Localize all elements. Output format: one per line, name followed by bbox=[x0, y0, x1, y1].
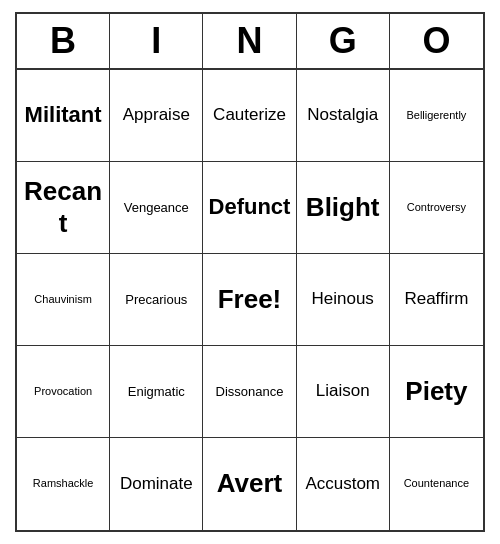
bingo-cell: Cauterize bbox=[203, 70, 296, 162]
bingo-cell-text: Reaffirm bbox=[404, 289, 468, 309]
bingo-cell-text: Dominate bbox=[120, 474, 193, 494]
bingo-header-letter: G bbox=[297, 14, 390, 68]
bingo-header-letter: N bbox=[203, 14, 296, 68]
bingo-cell-text: Avert bbox=[217, 468, 283, 499]
bingo-cell-text: Appraise bbox=[123, 105, 190, 125]
bingo-cell: Piety bbox=[390, 346, 483, 438]
bingo-cell: Ramshackle bbox=[17, 438, 110, 530]
bingo-cell-text: Heinous bbox=[312, 289, 374, 309]
bingo-card: BINGO MilitantAppraiseCauterizeNostalgia… bbox=[15, 12, 485, 532]
bingo-cell-text: Piety bbox=[405, 376, 467, 407]
bingo-cell: Heinous bbox=[297, 254, 390, 346]
bingo-cell: Blight bbox=[297, 162, 390, 254]
bingo-cell-text: Provocation bbox=[34, 385, 92, 398]
bingo-cell-text: Militant bbox=[25, 102, 102, 128]
bingo-cell: Accustom bbox=[297, 438, 390, 530]
bingo-header-letter: O bbox=[390, 14, 483, 68]
bingo-cell-text: Precarious bbox=[125, 292, 187, 308]
bingo-header-letter: B bbox=[17, 14, 110, 68]
bingo-cell-text: Ramshackle bbox=[33, 477, 94, 490]
bingo-cell: Reaffirm bbox=[390, 254, 483, 346]
bingo-cell-text: Controversy bbox=[407, 201, 466, 214]
bingo-cell: Defunct bbox=[203, 162, 296, 254]
bingo-cell: Provocation bbox=[17, 346, 110, 438]
bingo-cell-text: Vengeance bbox=[124, 200, 189, 216]
bingo-cell-text: Accustom bbox=[305, 474, 380, 494]
bingo-cell-text: Blight bbox=[306, 192, 380, 223]
bingo-cell: Free! bbox=[203, 254, 296, 346]
bingo-cell-text: Dissonance bbox=[216, 384, 284, 400]
bingo-cell: Belligerently bbox=[390, 70, 483, 162]
bingo-cell: Militant bbox=[17, 70, 110, 162]
bingo-cell: Enigmatic bbox=[110, 346, 203, 438]
bingo-cell: Precarious bbox=[110, 254, 203, 346]
bingo-cell-text: Defunct bbox=[209, 194, 291, 220]
bingo-cell: Appraise bbox=[110, 70, 203, 162]
bingo-cell-text: Countenance bbox=[404, 477, 469, 490]
bingo-cell: Countenance bbox=[390, 438, 483, 530]
bingo-cell: Dissonance bbox=[203, 346, 296, 438]
bingo-cell-text: Belligerently bbox=[406, 109, 466, 122]
bingo-cell-text: Free! bbox=[218, 284, 282, 315]
bingo-cell: Controversy bbox=[390, 162, 483, 254]
bingo-grid: MilitantAppraiseCauterizeNostalgiaBellig… bbox=[17, 70, 483, 530]
bingo-cell-text: Enigmatic bbox=[128, 384, 185, 400]
bingo-cell-text: Liaison bbox=[316, 381, 370, 401]
bingo-cell-text: Chauvinism bbox=[34, 293, 91, 306]
bingo-cell: Recant bbox=[17, 162, 110, 254]
bingo-cell-text: Nostalgia bbox=[307, 105, 378, 125]
bingo-cell: Nostalgia bbox=[297, 70, 390, 162]
bingo-cell-text: Recant bbox=[21, 176, 105, 238]
bingo-cell: Vengeance bbox=[110, 162, 203, 254]
bingo-header-letter: I bbox=[110, 14, 203, 68]
bingo-cell: Chauvinism bbox=[17, 254, 110, 346]
bingo-header: BINGO bbox=[17, 14, 483, 70]
bingo-cell: Avert bbox=[203, 438, 296, 530]
bingo-cell: Liaison bbox=[297, 346, 390, 438]
bingo-cell-text: Cauterize bbox=[213, 105, 286, 125]
bingo-cell: Dominate bbox=[110, 438, 203, 530]
